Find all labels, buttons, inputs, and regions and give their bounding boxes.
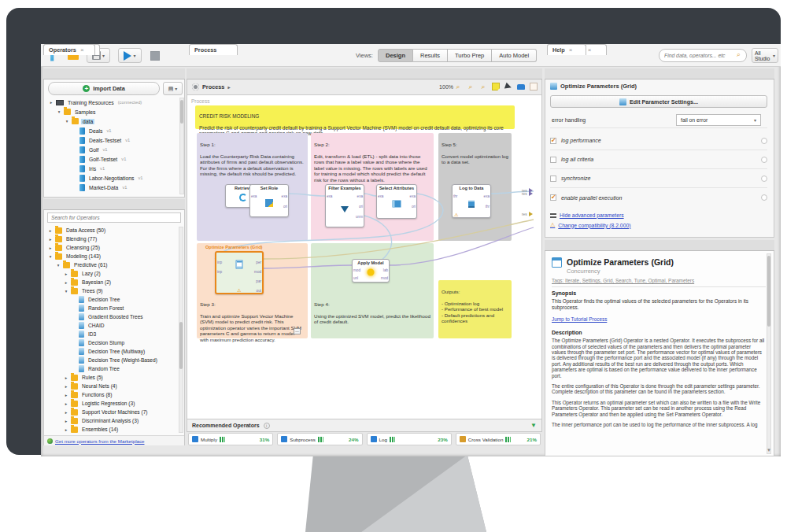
note-outputs[interactable]: Outputs: - Optimization log - Performanc… bbox=[438, 280, 512, 338]
view-tab-button[interactable]: Turbo Prep bbox=[448, 49, 492, 62]
error-handling-select[interactable]: fail on error ▾ bbox=[676, 114, 761, 126]
operators-tree-item[interactable]: ▸ Bayesian (2) bbox=[46, 278, 178, 286]
close-icon[interactable]: × bbox=[80, 46, 84, 54]
recommended-operator-card[interactable]: Subprocess 24% bbox=[277, 433, 362, 445]
tree-expand-icon[interactable]: ▸ bbox=[64, 401, 68, 406]
view-tab-button[interactable]: Results bbox=[413, 49, 448, 62]
tab-help[interactable]: Help × bbox=[547, 44, 586, 55]
close-icon[interactable]: × bbox=[569, 46, 573, 54]
search-icon[interactable]: ⌕ bbox=[737, 50, 741, 59]
note-credit-risk-banner[interactable]: CREDIT RISK MODELING Predict the risk of… bbox=[195, 105, 515, 129]
tree-expand-icon[interactable]: ▸ bbox=[64, 272, 68, 276]
operators-tree-item[interactable]: Decision Stump bbox=[46, 338, 178, 347]
view-tab-button[interactable]: Auto Model bbox=[492, 49, 537, 62]
checkbox[interactable] bbox=[550, 157, 556, 163]
close-icon[interactable]: × bbox=[588, 46, 592, 54]
tree-expand-icon[interactable]: ▸ bbox=[64, 384, 68, 389]
operators-tree-item[interactable]: ▸ Ensembles (14) bbox=[46, 425, 178, 434]
operators-tree-item[interactable]: Decision Tree (Multiway) bbox=[46, 347, 178, 356]
repository-tree-item[interactable]: ▾ data bbox=[46, 116, 179, 126]
tree-expand-icon[interactable]: ▸ bbox=[64, 427, 68, 432]
operators-tree-item[interactable]: ▸ Lazy (2) bbox=[46, 269, 178, 278]
param-info-icon[interactable] bbox=[761, 194, 767, 201]
tree-expand-icon[interactable]: ▾ bbox=[48, 254, 53, 259]
param-info-icon[interactable] bbox=[761, 157, 767, 163]
operators-tree-item[interactable]: Decision Tree bbox=[46, 295, 178, 304]
operators-tree-item[interactable]: Random Tree bbox=[46, 364, 178, 373]
tree-expand-icon[interactable]: ▸ bbox=[48, 246, 53, 250]
operators-tree-item[interactable]: ▸ Data Access (50) bbox=[46, 226, 178, 235]
operators-tree-item[interactable]: ▸ Cleansing (25) bbox=[46, 243, 178, 252]
repository-tree-item[interactable]: ▾ Samples bbox=[46, 107, 179, 116]
operator-optimize-parameters[interactable]: inp inp per mod par out ⚠ bbox=[215, 251, 264, 294]
marketplace-link-row[interactable]: Get more operators from the Marketplace bbox=[44, 435, 184, 445]
info-icon[interactable]: i bbox=[264, 423, 270, 429]
operators-tree-item[interactable]: ▸ Support Vector Machines (7) bbox=[46, 408, 178, 416]
operators-tree-item[interactable]: ▸ Rules (5) bbox=[46, 373, 178, 382]
zoom-in-icon[interactable]: ⌕ bbox=[466, 82, 475, 91]
zoom-out-icon[interactable]: ⌕ bbox=[453, 82, 463, 91]
operator-log-to-data[interactable]: Log to Data thr exa thr ⚠ bbox=[452, 184, 491, 218]
result-port[interactable]: res bbox=[522, 212, 533, 216]
repository-tree-item[interactable]: ▸ Training Resources (connected) bbox=[46, 98, 179, 107]
operators-tree-item[interactable]: ▾ Modeling (143) bbox=[46, 252, 178, 260]
tab-operators[interactable]: Operators × bbox=[43, 44, 95, 55]
run-process-button[interactable]: ▾ bbox=[118, 48, 142, 63]
operators-tree-item[interactable]: Gradient Boosted Trees bbox=[46, 312, 178, 321]
checkbox[interactable] bbox=[550, 194, 556, 201]
tree-expand-icon[interactable]: ▸ bbox=[64, 393, 68, 397]
optimize-operator-title[interactable]: Optimize Parameters (Grid) bbox=[205, 245, 262, 249]
collapse-recommended-icon[interactable]: ▼ bbox=[530, 422, 537, 429]
repository-scrollbar[interactable] bbox=[179, 98, 184, 194]
collapse-note-icon[interactable]: — bbox=[294, 328, 301, 334]
repository-tree-item[interactable]: Deals v1 bbox=[46, 126, 179, 135]
tree-expand-icon[interactable]: ▸ bbox=[48, 237, 53, 242]
operators-tree-item[interactable]: CHAID bbox=[46, 321, 178, 330]
result-port[interactable]: res bbox=[522, 191, 533, 196]
repository-tree-item[interactable]: Iris v1 bbox=[46, 164, 179, 173]
recommended-operator-card[interactable]: Log 23% bbox=[367, 433, 452, 445]
edit-parameter-settings-button[interactable]: Edit Parameter Settings... bbox=[550, 95, 767, 108]
param-info-icon[interactable] bbox=[761, 175, 767, 182]
tree-expand-icon[interactable]: ▸ bbox=[64, 419, 68, 423]
jump-to-tutorial-link[interactable]: Jump to Tutorial Process bbox=[552, 316, 607, 322]
help-tags-links[interactable]: Tags: Iterate, Settings, Grid, Search, T… bbox=[552, 278, 766, 283]
change-compatibility-link[interactable]: ⚠ Change compatibility (8.2.000) bbox=[550, 222, 630, 228]
operators-tree-item[interactable]: ▸ Discriminant Analysis (3) bbox=[46, 416, 178, 425]
scrollbar-thumb[interactable] bbox=[179, 322, 183, 369]
tree-expand-icon[interactable]: ▸ bbox=[64, 410, 68, 415]
scrollbar-thumb[interactable] bbox=[180, 100, 183, 124]
repository-menu-button[interactable]: ▤ ▾ bbox=[163, 82, 183, 95]
import-data-button[interactable]: + Import Data bbox=[48, 82, 160, 95]
repository-tree-item[interactable]: Labor-Negotiations v1 bbox=[46, 173, 179, 183]
tree-expand-icon[interactable]: ▾ bbox=[65, 119, 69, 124]
add-note-icon[interactable] bbox=[491, 82, 501, 91]
checkbox[interactable] bbox=[550, 175, 556, 182]
tree-expand-icon[interactable]: ▾ bbox=[57, 109, 61, 114]
operator-select-attributes[interactable]: Select Attributes exa exa ori bbox=[376, 184, 417, 219]
process-breadcrumb[interactable]: Process ▸ bbox=[192, 83, 230, 91]
tree-expand-icon[interactable]: ▸ bbox=[49, 100, 54, 105]
parameter-checkbox-row[interactable]: log performance bbox=[550, 131, 767, 150]
operators-scrollbar[interactable] bbox=[179, 227, 183, 433]
tree-expand-icon[interactable]: ▸ bbox=[64, 375, 68, 380]
operator-apply-model[interactable]: Apply Model mod unl lab mod bbox=[352, 259, 390, 283]
zoom-fit-icon[interactable]: ⌕ bbox=[478, 82, 488, 91]
recommended-operator-card[interactable]: Cross Validation 21% bbox=[456, 433, 541, 445]
annotation-marker-icon[interactable] bbox=[516, 82, 526, 91]
operators-tree-item[interactable]: ▸ Logistic Regression (3) bbox=[46, 399, 178, 408]
operators-tree-item[interactable]: Decision Tree (Weight-Based) bbox=[46, 356, 178, 364]
search-scope-button[interactable]: All Studio▾ bbox=[752, 48, 778, 63]
operator-filter-examples[interactable]: Filter Examples exa exa ori unm bbox=[325, 184, 364, 227]
process-canvas[interactable]: Process CREDIT RISK MODELING Predict the… bbox=[187, 95, 542, 419]
run-caret-icon[interactable]: ▾ bbox=[133, 53, 135, 58]
operators-tree-item[interactable]: Random Forest bbox=[46, 304, 178, 312]
operators-tree-item[interactable]: ID3 bbox=[46, 330, 178, 338]
parameter-checkbox-row[interactable]: log all criteria bbox=[550, 150, 767, 169]
hide-advanced-parameters-link[interactable]: Hide advanced parameters bbox=[550, 212, 630, 218]
param-info-icon[interactable] bbox=[761, 138, 767, 144]
parameter-checkbox-row[interactable]: synchronize bbox=[550, 169, 767, 188]
operator-set-role[interactable]: Set Role exa exa ori bbox=[249, 184, 289, 217]
parameter-checkbox-row[interactable]: enable parallel execution bbox=[550, 188, 767, 207]
recommended-operator-card[interactable]: Multiply 31% bbox=[188, 433, 273, 445]
